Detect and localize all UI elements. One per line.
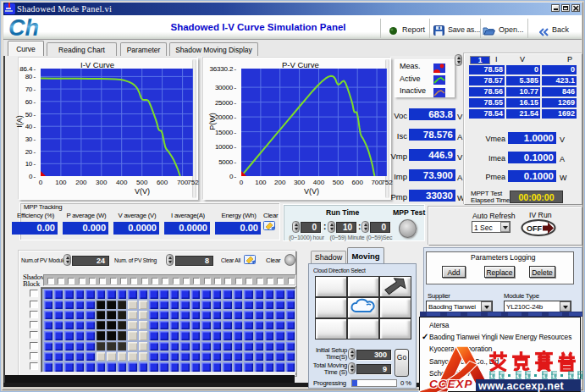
svg-text:OFF: OFF xyxy=(527,224,542,233)
svg-text:Ch: Ch xyxy=(8,16,39,40)
